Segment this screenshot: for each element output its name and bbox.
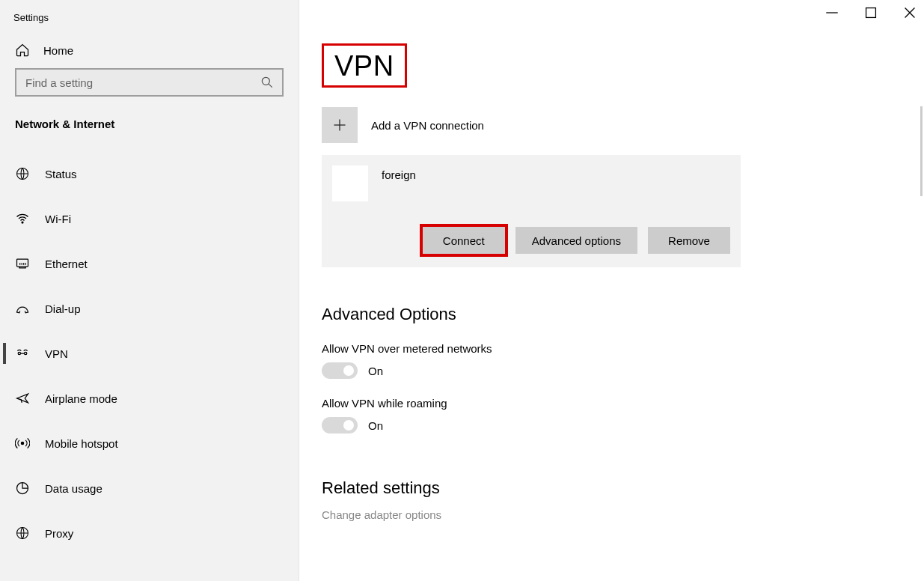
sidebar-item-dialup[interactable]: Dial-up [0, 286, 299, 331]
hotspot-icon [15, 436, 30, 451]
sidebar-item-label: Ethernet [45, 258, 88, 270]
app-title: Settings [0, 7, 299, 32]
sidebar-item-label: Mobile hotspot [45, 437, 118, 450]
scrollbar[interactable] [920, 106, 923, 196]
vpn-connection-card: foreign Connect Advanced options Remove [322, 155, 741, 267]
sidebar-item-label: Wi-Fi [45, 213, 71, 225]
page-title-highlight: VPN [322, 43, 407, 88]
svg-point-0 [262, 77, 269, 85]
search-box[interactable] [15, 68, 284, 97]
sidebar-item-label: VPN [45, 347, 68, 360]
svg-point-5 [18, 352, 20, 354]
sidebar-item-status[interactable]: Status [0, 151, 299, 196]
page-title: VPN [334, 50, 394, 82]
svg-point-3 [22, 222, 23, 223]
sidebar-item-label: Dial-up [45, 302, 81, 315]
sidebar-item-label: Data usage [45, 482, 103, 495]
advanced-options-button[interactable]: Advanced options [515, 227, 637, 254]
sidebar-item-airplane[interactable]: Airplane mode [0, 376, 299, 421]
roaming-toggle[interactable] [322, 417, 358, 434]
sidebar: Settings Home Network & Internet Status [0, 0, 299, 581]
sidebar-category: Network & Internet [0, 97, 299, 138]
sidebar-item-ethernet[interactable]: Ethernet [0, 241, 299, 286]
maximize-button[interactable] [864, 6, 878, 19]
change-adapter-options-link[interactable]: Change adapter options [322, 508, 924, 521]
sidebar-item-datausage[interactable]: Data usage [0, 466, 299, 511]
sidebar-home-label: Home [43, 44, 73, 57]
proxy-icon [15, 526, 30, 541]
roaming-toggle-label: Allow VPN while roaming [322, 397, 924, 410]
related-settings-heading: Related settings [322, 478, 924, 498]
svg-point-6 [25, 352, 27, 354]
sidebar-item-vpn[interactable]: VPN [0, 331, 299, 376]
vpn-connection-icon [332, 165, 368, 201]
search-icon [260, 75, 275, 90]
svg-rect-11 [866, 8, 876, 18]
metered-toggle[interactable] [322, 362, 358, 379]
datausage-icon [15, 481, 30, 496]
sidebar-home[interactable]: Home [0, 32, 299, 68]
close-button[interactable] [903, 6, 917, 19]
airplane-icon [15, 391, 30, 406]
metered-toggle-label: Allow VPN over metered networks [322, 342, 924, 355]
svg-line-1 [269, 84, 272, 88]
remove-button[interactable]: Remove [648, 227, 730, 254]
main-content: VPN Add a VPN connection foreign Connect… [299, 0, 924, 581]
advanced-options-heading: Advanced Options [322, 305, 924, 324]
metered-toggle-state: On [368, 365, 383, 377]
svg-point-7 [21, 442, 23, 444]
add-vpn-label: Add a VPN connection [371, 119, 484, 132]
sidebar-item-label: Status [45, 168, 77, 180]
add-vpn-connection[interactable]: Add a VPN connection [322, 107, 924, 143]
sidebar-item-proxy[interactable]: Proxy [0, 511, 299, 556]
status-icon [15, 166, 30, 181]
plus-icon [322, 107, 358, 143]
dialup-icon [15, 301, 30, 316]
search-input[interactable] [24, 76, 260, 90]
roaming-toggle-state: On [368, 419, 383, 432]
home-icon [15, 43, 30, 58]
wifi-icon [15, 211, 30, 226]
minimize-button[interactable] [825, 6, 839, 19]
ethernet-icon [15, 256, 30, 271]
sidebar-item-wifi[interactable]: Wi-Fi [0, 196, 299, 241]
svg-rect-4 [17, 259, 28, 267]
sidebar-item-label: Proxy [45, 527, 73, 540]
vpn-connection-name: foreign [382, 165, 416, 181]
vpn-icon [15, 346, 30, 361]
sidebar-item-label: Airplane mode [45, 392, 117, 405]
connect-button[interactable]: Connect [423, 227, 505, 254]
sidebar-item-hotspot[interactable]: Mobile hotspot [0, 421, 299, 466]
